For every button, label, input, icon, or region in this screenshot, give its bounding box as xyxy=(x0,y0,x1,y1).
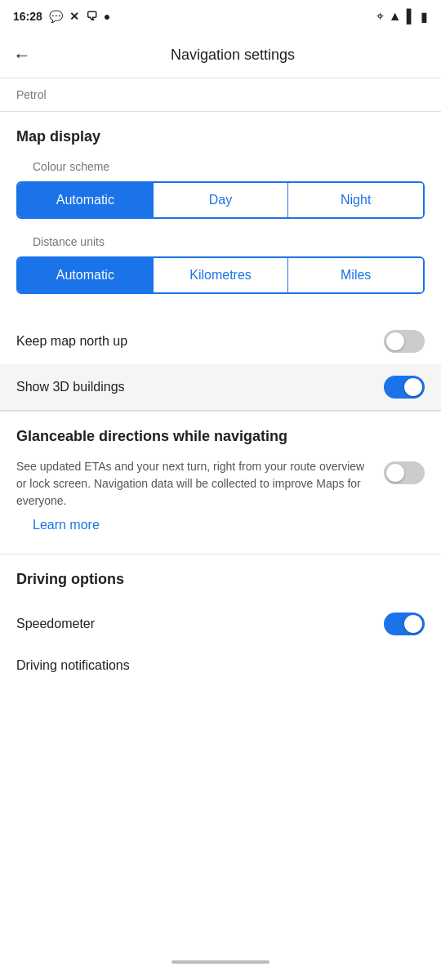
glanceable-slider xyxy=(384,461,425,484)
speedometer-toggle[interactable] xyxy=(384,612,425,635)
battery-icon: ▮ xyxy=(421,9,428,24)
status-time: 16:28 💬 ✕ 🗨 ● xyxy=(13,10,110,23)
driving-options-title: Driving options xyxy=(16,571,425,588)
distance-kilometres-button[interactable]: Kilometres xyxy=(154,258,289,292)
driving-notifications-row: Driving notifications xyxy=(0,647,441,684)
wifi-icon: ▲ xyxy=(389,9,402,24)
colour-automatic-button[interactable]: Automatic xyxy=(18,183,154,217)
learn-more-link[interactable]: Learn more xyxy=(16,510,425,546)
colour-day-button[interactable]: Day xyxy=(154,183,289,217)
speedometer-row: Speedometer xyxy=(0,601,441,647)
header: ← Navigation settings xyxy=(0,33,441,78)
glanceable-description: See updated ETAs and your next turn, rig… xyxy=(16,458,374,510)
colour-night-button[interactable]: Night xyxy=(288,183,423,217)
speedometer-label: Speedometer xyxy=(16,617,95,631)
speedometer-slider xyxy=(384,612,425,635)
glanceable-body: See updated ETAs and your next turn, rig… xyxy=(16,458,425,510)
glanceable-section: Glanceable directions while navigating S… xyxy=(0,411,441,554)
show-3d-buildings-toggle[interactable] xyxy=(384,376,425,399)
map-display-title: Map display xyxy=(16,128,425,145)
distance-automatic-button[interactable]: Automatic xyxy=(18,258,154,292)
show-3d-buildings-label: Show 3D buildings xyxy=(16,380,125,394)
back-icon: ← xyxy=(13,45,31,66)
show-3d-buildings-slider xyxy=(384,376,425,399)
driving-notifications-label: Driving notifications xyxy=(16,658,130,673)
distance-units-selector: Automatic Kilometres Miles xyxy=(16,256,425,294)
status-bar: 16:28 💬 ✕ 🗨 ● ⌖ ▲ ▌ ▮ xyxy=(0,0,441,33)
bottom-bar xyxy=(172,960,270,964)
keep-map-north-row: Keep map north up xyxy=(0,318,441,364)
keep-map-north-toggle[interactable] xyxy=(384,330,425,353)
signal-icon: ▌ xyxy=(407,9,416,24)
driving-options-section: Driving options xyxy=(0,555,441,588)
petrol-row: Petrol xyxy=(0,78,441,112)
keep-map-north-slider xyxy=(384,330,425,353)
distance-miles-button[interactable]: Miles xyxy=(288,258,423,292)
distance-units-label: Distance units xyxy=(16,235,425,256)
petrol-label: Petrol xyxy=(16,88,47,101)
colour-scheme-label: Colour scheme xyxy=(16,160,425,181)
bubble-icon: 🗨 xyxy=(86,10,97,23)
show-3d-buildings-row: Show 3D buildings xyxy=(0,364,441,410)
time-display: 16:28 xyxy=(13,10,42,23)
glanceable-title: Glanceable directions while navigating xyxy=(16,428,425,445)
status-icons: ⌖ ▲ ▌ ▮ xyxy=(376,9,428,24)
location-icon: ⌖ xyxy=(376,9,384,24)
back-button[interactable]: ← xyxy=(13,42,38,69)
dot-icon: ● xyxy=(104,10,110,23)
x-icon: ✕ xyxy=(69,10,79,23)
glanceable-toggle[interactable] xyxy=(384,461,425,484)
map-display-section: Map display Colour scheme Automatic Day … xyxy=(0,112,441,318)
page-title: Navigation settings xyxy=(38,47,428,64)
keep-map-north-label: Keep map north up xyxy=(16,334,127,349)
whatsapp-icon: 💬 xyxy=(49,10,63,23)
colour-scheme-selector: Automatic Day Night xyxy=(16,181,425,219)
